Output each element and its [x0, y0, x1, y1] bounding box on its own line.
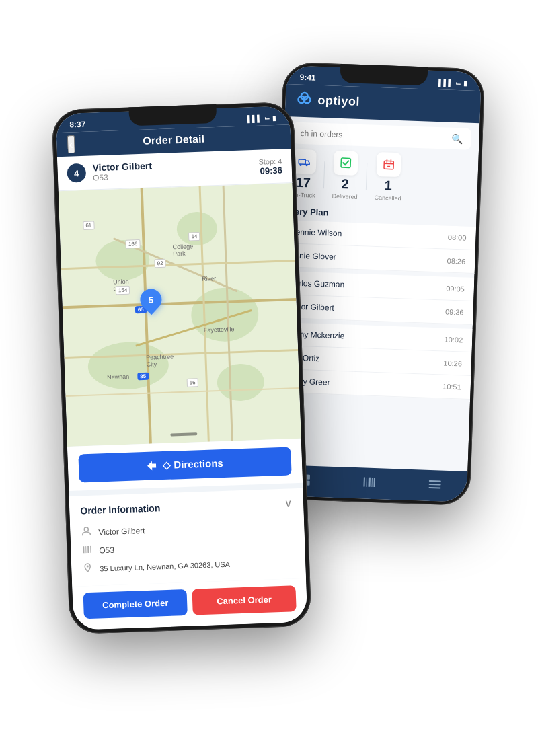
city-label-1: CollegePark	[173, 243, 194, 257]
svg-rect-18	[368, 478, 370, 487]
location-icon-info	[82, 563, 93, 575]
status-icons-1: ▌▌▌ ⌙ ▮	[247, 114, 277, 122]
svg-rect-7	[384, 161, 393, 169]
svg-point-25	[84, 527, 88, 531]
check-icon	[339, 156, 353, 170]
delivery-time: 10:02	[444, 336, 463, 344]
road-h1	[63, 298, 297, 309]
stat-divider-1	[323, 161, 325, 188]
wifi-icon-1: ⌙	[264, 114, 270, 122]
truck-icon	[297, 155, 311, 169]
wifi-icon-2: ⌙	[455, 79, 461, 86]
city-label-3: River...	[202, 275, 221, 282]
logo-text: optiyol	[317, 93, 360, 108]
road-num-4: 154	[116, 286, 130, 295]
city-label-6: Newnan	[107, 373, 129, 380]
app-header-2: optiyol	[285, 84, 481, 123]
cancel-order-button[interactable]: Cancel Order	[192, 585, 296, 615]
phone-1-screen: 8:37 ▌▌▌ ⌙ ▮ ‹ Order Detail 4 Vic	[56, 106, 308, 630]
optiyol-logo: optiyol	[295, 90, 360, 111]
road-num-3: 166	[126, 239, 141, 249]
stat-delivered: 2 Delivered	[332, 151, 360, 200]
svg-rect-20	[373, 478, 375, 487]
search-bar[interactable]: 🔍	[292, 122, 471, 150]
logo-icon	[295, 90, 314, 110]
city-label-4: Fayetteville	[204, 326, 235, 334]
time-2: 9:41	[299, 73, 316, 83]
menu-icon	[427, 477, 443, 492]
order-info-header: Order Information ∨	[80, 496, 293, 517]
road-num-2: 61	[83, 221, 94, 230]
stop-label: Stop: 4	[258, 157, 282, 165]
back-button[interactable]: ‹	[67, 135, 75, 153]
svg-line-23	[429, 488, 440, 488]
pin-circle: 5	[136, 285, 166, 315]
phones-container: 9:41 ▌▌▌ ⌙ ▮	[34, 25, 504, 731]
battery-icon-2: ▮	[463, 79, 467, 87]
search-input[interactable]	[301, 128, 447, 143]
logo-svg	[295, 90, 314, 110]
svg-rect-26	[83, 546, 84, 553]
road-v1	[140, 188, 151, 444]
person-icon	[81, 527, 92, 539]
phone-1-notch	[128, 104, 217, 126]
signal-icon-2: ▌▌▌	[438, 79, 453, 87]
screen-title: Order Detail	[67, 130, 280, 150]
svg-rect-28	[87, 546, 89, 553]
interstate-2: 85	[137, 372, 149, 380]
svg-rect-6	[341, 158, 350, 167]
scroll-indicator	[170, 432, 197, 436]
stat-cancelled: 1 Cancelled	[375, 152, 404, 202]
location-pin: 5	[140, 289, 162, 311]
delivery-time: 08:26	[447, 257, 466, 266]
action-buttons: Complete Order Cancel Order	[72, 578, 307, 630]
road-h4	[65, 387, 299, 397]
expand-icon[interactable]: ∨	[284, 496, 293, 509]
delivered-icon-wrap	[334, 151, 358, 176]
map-background: CollegePark UnionCity River... Fayettevi…	[59, 183, 301, 447]
cancelled-icon-wrap	[377, 152, 401, 177]
delivery-time: 10:26	[443, 359, 462, 368]
barcode-icon-info	[81, 545, 93, 557]
status-icons-2: ▌▌▌ ⌙ ▮	[438, 79, 468, 87]
map-area: CollegePark UnionCity River... Fayettevi…	[59, 183, 301, 447]
stat-label-cancelled: Cancelled	[375, 194, 401, 202]
delivery-time: 09:36	[445, 308, 464, 317]
stop-time: 09:36	[259, 165, 282, 176]
delivery-time: 08:00	[448, 233, 467, 242]
directions-icon	[147, 460, 158, 471]
directions-button[interactable]: ◇ Directions	[78, 447, 291, 482]
svg-rect-17	[366, 478, 367, 487]
road-num-1: 92	[155, 259, 166, 268]
nav-barcode[interactable]	[362, 474, 377, 490]
complete-order-button[interactable]: Complete Order	[83, 589, 188, 619]
info-name-text: Victor Gilbert	[98, 526, 145, 537]
app-screen-1: 8:37 ▌▌▌ ⌙ ▮ ‹ Order Detail 4 Vic	[56, 106, 308, 630]
order-info-section: Order Information ∨ Victor Gilbert	[69, 488, 306, 587]
stat-number-truck: 17	[295, 175, 311, 191]
time-1: 8:37	[69, 120, 86, 130]
svg-rect-16	[363, 478, 364, 487]
map-green-3	[176, 211, 218, 246]
order-info-title: Order Information	[80, 502, 161, 516]
search-icon: 🔍	[451, 133, 463, 145]
stop-number: 4	[67, 163, 86, 183]
info-address-text: 35 Luxury Ln, Newnan, GA 30263, USA	[100, 560, 230, 572]
svg-marker-24	[147, 461, 156, 470]
svg-point-30	[87, 566, 89, 568]
directions-label: ◇ Directions	[163, 457, 223, 471]
order-name-block: Victor Gilbert O53	[92, 157, 259, 183]
delivery-time: 09:05	[446, 285, 465, 293]
stats-row: 17 On-Truck 2 Delivered	[282, 149, 478, 204]
city-label-5: PeachtreeCity	[146, 353, 174, 367]
battery-icon-1: ▮	[272, 114, 276, 121]
nav-menu[interactable]	[427, 477, 443, 492]
road-num-6: 16	[187, 378, 198, 387]
phone-2-notch	[340, 64, 428, 86]
info-code-text: O53	[99, 545, 114, 555]
phone-1: 8:37 ▌▌▌ ⌙ ▮ ‹ Order Detail 4 Vic	[51, 102, 311, 634]
stop-time-block: Stop: 4 09:36	[258, 157, 282, 176]
pin-number: 5	[149, 295, 154, 305]
barcode-icon	[362, 474, 377, 490]
map-green-5	[217, 363, 265, 402]
